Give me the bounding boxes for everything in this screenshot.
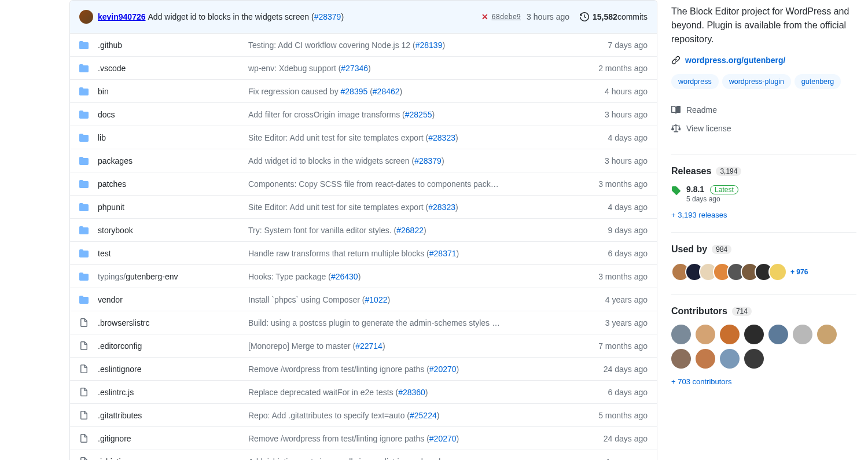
license-link[interactable]: View license — [686, 124, 731, 133]
usedby-avatars[interactable]: + 976 — [671, 263, 856, 281]
file-name[interactable]: test — [98, 249, 248, 258]
law-icon — [671, 124, 681, 133]
author-avatar[interactable] — [79, 10, 93, 24]
folder-icon — [79, 226, 98, 235]
latest-release[interactable]: 9.8.1 Latest 5 days ago — [686, 185, 738, 203]
contributor-avatars[interactable] — [671, 325, 856, 369]
releases-heading[interactable]: Releases 3,194 — [671, 166, 856, 176]
folder-icon — [79, 249, 98, 258]
link-icon — [671, 56, 681, 65]
contributor-avatar[interactable] — [720, 349, 740, 369]
commit-message-cell[interactable]: Remove /wordpress from test/linting igno… — [248, 434, 572, 443]
file-name[interactable]: phpunit — [98, 203, 248, 212]
contributor-avatar[interactable] — [696, 325, 715, 344]
commit-history-link[interactable]: 15,582 commits — [580, 12, 648, 21]
file-row: .jshintignoreAdd .jshintignore to ignore… — [70, 450, 657, 460]
folder-icon — [79, 179, 98, 189]
file-name[interactable]: .eslintignore — [98, 365, 248, 374]
commit-message-cell[interactable]: Hooks: Type package (#26430) — [248, 272, 572, 281]
file-row: vendorInstall `phpcs` using Composer (#1… — [70, 288, 657, 311]
topic-tag[interactable]: wordpress-plugin — [722, 74, 791, 89]
commit-sha-link[interactable]: 68debe9 — [492, 13, 521, 21]
contributor-avatar[interactable] — [671, 349, 691, 369]
contributor-avatar[interactable] — [696, 349, 715, 369]
file-age: 4 years ago — [572, 457, 648, 460]
folder-icon — [79, 133, 98, 142]
file-age: 3 years ago — [572, 318, 648, 327]
ci-status-fail-icon[interactable]: ✕ — [481, 12, 488, 21]
contributors-more-link[interactable]: + 703 contributors — [671, 377, 731, 386]
file-age: 7 days ago — [572, 41, 648, 50]
file-row: .gitignoreRemove /wordpress from test/li… — [70, 427, 657, 450]
author-link[interactable]: kevin940726 — [98, 12, 146, 21]
file-age: 24 days ago — [572, 434, 648, 443]
commit-message-cell[interactable]: Install `phpcs` using Composer (#1022) — [248, 295, 572, 304]
file-name[interactable]: .editorconfig — [98, 341, 248, 351]
file-name[interactable]: patches — [98, 179, 248, 189]
releases-more-link[interactable]: + 3,193 releases — [671, 211, 727, 219]
file-age: 6 days ago — [572, 249, 648, 258]
file-name[interactable]: .vscode — [98, 64, 248, 73]
commit-message-cell[interactable]: Build: using a postcss plugin to generat… — [248, 318, 572, 327]
commit-message-cell[interactable]: Testing: Add CI workflow covering Node.j… — [248, 41, 572, 50]
repo-url-link[interactable]: wordpress.org/gutenberg/ — [685, 56, 785, 65]
contributor-avatar[interactable] — [744, 325, 764, 344]
topic-tag[interactable]: wordpress — [671, 74, 719, 89]
file-name[interactable]: vendor — [98, 295, 248, 304]
commit-message-cell[interactable]: Try: System font for vanilla editor styl… — [248, 226, 572, 235]
commit-message-cell[interactable]: Add filter for crossOrigin image transfo… — [248, 110, 572, 119]
commit-message-cell[interactable]: wp-env: Xdebug support (#27346) — [248, 64, 572, 73]
file-row: testHandle raw transforms that return mu… — [70, 242, 657, 265]
file-row: .githubTesting: Add CI workflow covering… — [70, 34, 657, 57]
commit-message-cell[interactable]: [Monorepo] Merge to master (#22714) — [248, 341, 572, 351]
file-name[interactable]: .github — [98, 41, 248, 50]
topic-tag[interactable]: gutenberg — [795, 74, 841, 89]
usedby-more-link[interactable]: + 976 — [790, 268, 808, 276]
contributor-avatar[interactable] — [817, 325, 837, 344]
file-age: 3 hours ago — [572, 110, 648, 119]
commit-issue-link[interactable]: #28379 — [314, 12, 341, 21]
file-name[interactable]: .gitignore — [98, 434, 248, 443]
file-name[interactable]: lib — [98, 133, 248, 142]
folder-icon — [79, 203, 98, 212]
commit-message-cell[interactable]: Repo: Add .gitattributes to specify text… — [248, 411, 572, 420]
contributor-avatar[interactable] — [768, 325, 788, 344]
commit-message-cell[interactable]: Replace deprecated waitFor in e2e tests … — [248, 388, 572, 397]
contributor-avatar[interactable] — [671, 325, 691, 344]
commit-message-cell[interactable]: Fix regression caused by #28395 (#28462) — [248, 87, 572, 96]
file-name[interactable]: packages — [98, 156, 248, 165]
folder-icon — [79, 41, 98, 50]
commit-message-cell[interactable]: Add widget id to blocks in the widgets s… — [248, 156, 572, 165]
file-name[interactable]: typings/gutenberg-env — [98, 272, 248, 281]
file-row: typings/gutenberg-envHooks: Type package… — [70, 265, 657, 288]
file-name[interactable]: .jshintignore — [98, 457, 248, 460]
commit-message[interactable]: Add widget id to blocks in the widgets s… — [148, 12, 344, 21]
file-row: .editorconfig[Monorepo] Merge to master … — [70, 334, 657, 358]
file-name[interactable]: .gitattributes — [98, 411, 248, 420]
contributors-heading[interactable]: Contributors 714 — [671, 306, 856, 317]
commit-message-cell[interactable]: Components: Copy SCSS file from react-da… — [248, 179, 572, 189]
file-icon — [79, 457, 98, 460]
file-name[interactable]: docs — [98, 110, 248, 119]
file-name[interactable]: .browserslistrc — [98, 318, 248, 327]
about-description: The Block Editor project for WordPress a… — [671, 5, 856, 46]
commit-message-cell[interactable]: Add .jshintignore to ignore all since es… — [248, 457, 572, 460]
commit-message-cell[interactable]: Site Editor: Add unit test for site temp… — [248, 133, 572, 142]
usedby-count: 984 — [712, 245, 731, 254]
commit-message-cell[interactable]: Handle raw transforms that return multip… — [248, 249, 572, 258]
dependent-avatar[interactable] — [768, 263, 787, 281]
file-row: .eslintignoreRemove /wordpress from test… — [70, 358, 657, 381]
file-name[interactable]: bin — [98, 87, 248, 96]
contributor-avatar[interactable] — [744, 349, 764, 369]
file-row: .browserslistrcBuild: using a postcss pl… — [70, 311, 657, 334]
commit-message-cell[interactable]: Remove /wordpress from test/linting igno… — [248, 365, 572, 374]
usedby-heading[interactable]: Used by 984 — [671, 244, 856, 255]
contributor-avatar[interactable] — [793, 325, 812, 344]
file-age: 4 years ago — [572, 295, 648, 304]
readme-link[interactable]: Readme — [686, 105, 717, 115]
file-name[interactable]: .eslintrc.js — [98, 388, 248, 397]
releases-count: 3,194 — [716, 167, 741, 176]
commit-message-cell[interactable]: Site Editor: Add unit test for site temp… — [248, 203, 572, 212]
file-name[interactable]: storybook — [98, 226, 248, 235]
contributor-avatar[interactable] — [720, 325, 740, 344]
